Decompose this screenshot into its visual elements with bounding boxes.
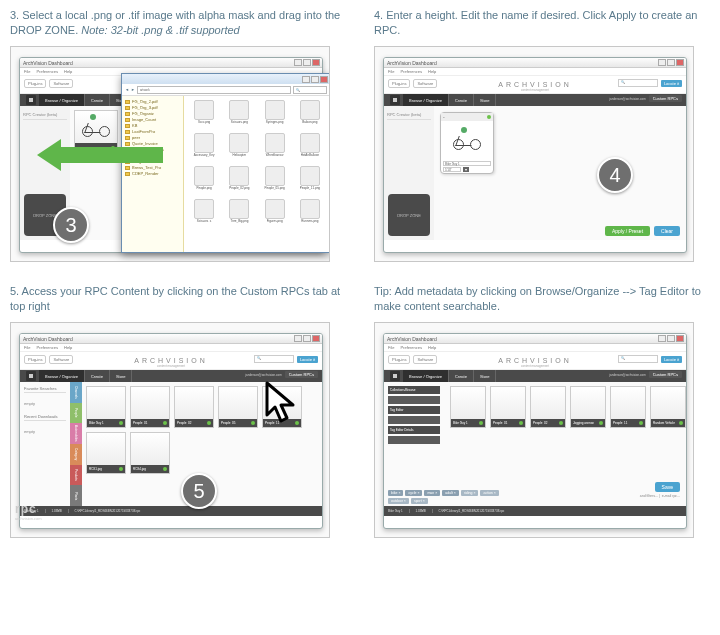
tab-browse[interactable]: Browse / Organize: [403, 94, 449, 106]
locate-button[interactable]: Locate it: [661, 356, 682, 363]
section-header[interactable]: Tag Editor Details: [388, 426, 440, 434]
metadata-tag[interactable]: adult ×: [442, 490, 459, 496]
folder-item[interactable]: CDEP_Render: [125, 171, 180, 176]
tab-browse[interactable]: Browse / Organize: [39, 370, 85, 382]
file-item[interactable]: People_11.png: [294, 166, 326, 196]
max[interactable]: [303, 335, 311, 342]
custom-rpcs-tab[interactable]: Custom RPCs: [285, 371, 318, 378]
tab-browse[interactable]: Browse / Organize: [403, 370, 449, 382]
search-input[interactable]: 🔍: [618, 79, 658, 87]
tab-store[interactable]: Store: [474, 94, 497, 106]
plugins-pill[interactable]: Plug-ins: [24, 79, 46, 88]
file-item[interactable]: Scissors.png: [223, 100, 255, 130]
min[interactable]: [294, 335, 302, 342]
menu-pref[interactable]: Preferences: [400, 345, 422, 350]
tab-browse[interactable]: Browse / Organize: [39, 94, 85, 106]
gallery-card[interactable]: People_01: [490, 386, 526, 428]
menu-help[interactable]: Help: [428, 345, 436, 350]
save-button[interactable]: Save: [655, 482, 680, 492]
exp-min[interactable]: [302, 76, 310, 83]
sidetab[interactable]: Category: [70, 444, 82, 465]
metadata-tag[interactable]: cycle ×: [405, 490, 422, 496]
file-item[interactable]: Helicopter: [223, 133, 255, 163]
plugins-pill[interactable]: Plug-ins: [388, 355, 410, 364]
gallery-card[interactable]: People_02: [530, 386, 566, 428]
address-bar[interactable]: artwork: [137, 86, 291, 94]
min[interactable]: [658, 59, 666, 66]
section-row[interactable]: [388, 396, 440, 404]
folder-item[interactable]: FG_Organiz: [125, 111, 180, 116]
menu-file[interactable]: File: [388, 69, 394, 74]
file-item[interactable]: Sccc.png: [188, 100, 220, 130]
custom-rpcs-tab[interactable]: Custom RPCs: [649, 95, 682, 102]
file-item[interactable]: Accessory_Key: [188, 133, 220, 163]
tab-create[interactable]: Create: [85, 370, 110, 382]
maximize-button[interactable]: [303, 59, 311, 66]
exp-max[interactable]: [311, 76, 319, 83]
tab-store[interactable]: Store: [110, 370, 133, 382]
folder-item[interactable]: KB: [125, 123, 180, 128]
sidetab[interactable]: Products: [70, 465, 82, 486]
menu-help[interactable]: Help: [64, 345, 72, 350]
sidetab[interactable]: Automobiles: [70, 423, 82, 444]
search-input[interactable]: 🔍: [618, 355, 658, 363]
close[interactable]: [312, 335, 320, 342]
file-item[interactable]: Baloon.png: [294, 100, 326, 130]
software-pill[interactable]: Software: [49, 355, 73, 364]
menu-preferences[interactable]: Preferences: [36, 69, 58, 74]
section-row[interactable]: [388, 416, 440, 424]
gallery-card[interactable]: People_05: [218, 386, 258, 428]
tag-area[interactable]: bike ×cycle ×man ×adult ×riding ×action …: [388, 490, 508, 504]
file-item[interactable]: Figures.png: [259, 199, 291, 229]
file-item[interactable]: HotAirBalloon: [294, 133, 326, 163]
metadata-tag[interactable]: sport ×: [411, 498, 428, 504]
locate-button[interactable]: Locate it: [661, 80, 682, 87]
folder-item[interactable]: FG_Org_3.pdf: [125, 105, 180, 110]
software-pill[interactable]: Software: [413, 355, 437, 364]
section-header[interactable]: Collections/Browse: [388, 386, 440, 394]
max[interactable]: [667, 335, 675, 342]
menu-file[interactable]: File: [388, 345, 394, 350]
gallery-card[interactable]: Bike Guy 1: [450, 386, 486, 428]
close[interactable]: [676, 335, 684, 342]
fwd-icon[interactable]: ►: [131, 87, 135, 92]
back-icon[interactable]: ◄: [125, 87, 129, 92]
section-header[interactable]: Tag Editor: [388, 406, 440, 414]
min[interactable]: [658, 335, 666, 342]
gallery-card[interactable]: People_01: [130, 386, 170, 428]
search-input[interactable]: 🔍: [254, 355, 294, 363]
sidetab[interactable]: Plants: [70, 485, 82, 506]
sidetab[interactable]: People: [70, 403, 82, 424]
home-icon[interactable]: [390, 371, 400, 381]
metadata-tag[interactable]: outdoor ×: [388, 498, 409, 504]
tab-store[interactable]: Store: [474, 370, 497, 382]
menu-pref[interactable]: Preferences: [400, 69, 422, 74]
name-input[interactable]: Bike Guy 1: [443, 161, 491, 166]
sidetab[interactable]: Channels: [70, 382, 82, 403]
section-row[interactable]: [388, 436, 440, 444]
folder-item[interactable]: FG_Org_2.pdf: [125, 99, 180, 104]
meta-filters[interactable]: and filters...: [640, 494, 658, 498]
metadata-tag[interactable]: riding ×: [461, 490, 479, 496]
home-icon[interactable]: [390, 95, 400, 105]
gallery-card[interactable]: Random Vehicle: [650, 386, 686, 428]
menu-help[interactable]: Help: [64, 69, 72, 74]
rpc-card[interactable]: ≡ Bike Guy 1 5'10"▾: [440, 112, 494, 174]
gallery-card[interactable]: RCS4.jpg: [130, 432, 170, 474]
folder-tree[interactable]: FG_Org_2.pdfFG_Org_3.pdfFG_OrganizImage_…: [122, 96, 184, 252]
file-item[interactable]: Wheelbarrow: [259, 133, 291, 163]
exp-close[interactable]: [320, 76, 328, 83]
minimize-button[interactable]: [294, 59, 302, 66]
folder-item[interactable]: Image_Count: [125, 117, 180, 122]
plugins-pill[interactable]: Plug-ins: [24, 355, 46, 364]
close-button[interactable]: [312, 59, 320, 66]
file-item[interactable]: Scissors_s: [188, 199, 220, 229]
gallery-card[interactable]: Jogging woman: [570, 386, 606, 428]
menu-file[interactable]: File: [24, 69, 30, 74]
tab-create[interactable]: Create: [449, 370, 474, 382]
tab-create[interactable]: Create: [85, 94, 110, 106]
gallery-card[interactable]: People_02: [174, 386, 214, 428]
folder-item[interactable]: LastFromPro: [125, 129, 180, 134]
gallery-card[interactable]: People_11: [610, 386, 646, 428]
file-item[interactable]: People_02.png: [223, 166, 255, 196]
